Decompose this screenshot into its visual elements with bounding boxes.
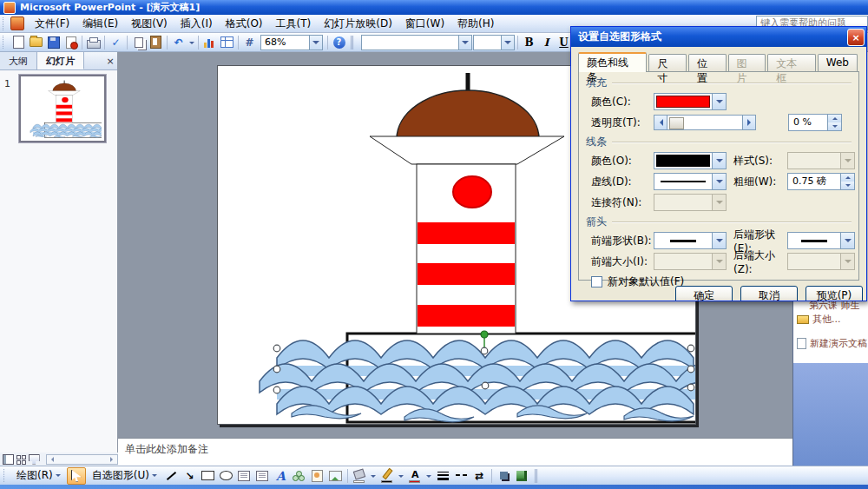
save-button[interactable] [45, 35, 62, 50]
dropdown-arrow-icon[interactable] [712, 174, 726, 189]
spin-down-icon[interactable] [841, 182, 854, 189]
slideshow-view-button[interactable] [29, 454, 40, 465]
menu-window[interactable]: 窗口(W) [399, 15, 450, 33]
notes-pane[interactable]: 单击此处添加备注 [118, 438, 792, 466]
select-objects-button[interactable] [67, 467, 86, 485]
slider-right-arrow[interactable] [742, 115, 756, 130]
slider-track[interactable] [667, 115, 742, 130]
scroll-right-arrow[interactable] [110, 457, 115, 462]
tab-colors-and-lines[interactable]: 颜色和线条 [578, 52, 647, 72]
fill-color-dropdown[interactable] [370, 468, 378, 484]
ok-button[interactable]: 确定 [675, 286, 733, 301]
font-name-combobox[interactable] [361, 35, 472, 50]
italic-button[interactable]: I [538, 35, 555, 50]
arrow-style-button[interactable]: ⇄ [471, 468, 488, 484]
fill-color-combobox[interactable] [654, 93, 727, 110]
font-color-button[interactable]: A [407, 468, 424, 484]
tab-slides[interactable]: 幻灯片 [37, 52, 84, 69]
draw-menu-button[interactable]: 绘图(R) [12, 466, 65, 485]
line-color-dropdown[interactable] [398, 468, 405, 484]
slide-sorter-view-button[interactable] [16, 455, 26, 464]
menu-edit[interactable]: 编辑(E) [76, 15, 124, 33]
transparency-slider[interactable] [654, 115, 756, 130]
menu-view[interactable]: 视图(V) [125, 15, 174, 33]
undo-button[interactable]: ↶ [170, 35, 187, 50]
spin-down-icon[interactable] [828, 122, 841, 130]
dash-style-button[interactable] [453, 468, 470, 484]
menu-tools[interactable]: 工具(T) [270, 15, 318, 33]
zoom-combobox[interactable]: 68% [260, 35, 323, 50]
end-style-combobox[interactable] [787, 232, 855, 249]
menu-slideshow[interactable]: 幻灯片放映(D) [318, 15, 398, 33]
menu-format[interactable]: 格式(O) [220, 15, 269, 33]
oval-tool-button[interactable] [218, 468, 234, 484]
dashed-combobox[interactable] [654, 173, 727, 190]
preview-button[interactable]: 预览(P) [806, 286, 863, 301]
slider-left-arrow[interactable] [654, 115, 667, 130]
vertical-text-box-button[interactable] [254, 468, 271, 484]
begin-style-combobox[interactable] [654, 232, 727, 249]
dropdown-arrow-icon[interactable] [840, 233, 854, 248]
panel-close-button[interactable]: × [103, 52, 117, 69]
font-size-combobox[interactable] [473, 35, 515, 50]
new-document-button[interactable] [10, 35, 27, 50]
open-button[interactable] [28, 35, 44, 50]
threed-style-button[interactable] [514, 468, 530, 484]
new-presentation-link[interactable]: 新建演示文稿 [797, 337, 867, 350]
menu-insert[interactable]: 插入(I) [174, 15, 219, 33]
zoom-dropdown-arrow[interactable] [309, 36, 322, 50]
line-style-button[interactable] [435, 468, 451, 484]
insert-chart-button[interactable] [201, 35, 218, 50]
tab-outline[interactable]: 大纲 [0, 52, 37, 69]
dialog-close-button[interactable]: × [847, 29, 865, 46]
begin-size-combobox [654, 253, 727, 270]
insert-picture-button[interactable] [327, 468, 344, 484]
line-tool-button[interactable] [163, 468, 180, 484]
spell-check-button[interactable]: ✓ [108, 35, 124, 50]
insert-table-button[interactable] [219, 35, 235, 50]
toolbar-options-grip[interactable] [351, 36, 358, 50]
spin-up-icon[interactable] [841, 174, 854, 182]
font-color-dropdown[interactable] [425, 468, 433, 484]
shadow-style-button[interactable] [496, 468, 512, 484]
permission-button[interactable] [62, 35, 79, 50]
bold-button[interactable]: B [521, 35, 537, 50]
rectangle-tool-button[interactable] [200, 468, 216, 484]
menu-help[interactable]: 帮助(H) [451, 15, 500, 33]
slider-thumb[interactable] [669, 117, 684, 129]
dropdown-arrow-icon[interactable] [712, 94, 726, 109]
dialog-title-bar[interactable]: 设置自选图形格式 × [571, 27, 866, 47]
insert-clipart-button[interactable] [309, 468, 326, 484]
tab-size[interactable]: 尺寸 [648, 54, 687, 71]
arrow-tool-button[interactable]: ↘ [181, 468, 198, 484]
cancel-button[interactable]: 取消 [740, 286, 798, 301]
panel-horizontal-scrollbar[interactable] [46, 454, 118, 465]
menu-file[interactable]: 文件(F) [29, 15, 76, 33]
tab-web[interactable]: Web [818, 54, 858, 71]
line-color-combobox[interactable] [654, 152, 727, 169]
show-grid-button[interactable]: # [241, 35, 258, 50]
dropdown-arrow-icon[interactable] [712, 153, 726, 169]
text-box-button[interactable] [236, 468, 253, 484]
fill-color-button[interactable] [352, 468, 368, 484]
open-more-link[interactable]: 其他... [797, 313, 841, 326]
scroll-left-arrow[interactable] [49, 457, 54, 462]
autoshapes-menu-button[interactable]: 自选图形(U) [88, 466, 161, 485]
dropdown-arrow-icon[interactable] [712, 233, 726, 248]
undo-dropdown-arrow[interactable] [187, 35, 195, 50]
copy-button[interactable] [130, 35, 147, 50]
insert-wordart-button[interactable]: A [273, 468, 289, 484]
slide-thumbnail[interactable] [19, 75, 106, 142]
spin-up-icon[interactable] [828, 115, 841, 122]
line-color-button[interactable] [379, 468, 396, 484]
tab-position[interactable]: 位置 [688, 54, 727, 71]
weight-spinner[interactable]: 0.75 磅 [787, 173, 855, 190]
normal-view-button[interactable] [3, 454, 14, 465]
toolbar-options-button[interactable] [535, 469, 542, 483]
insert-diagram-button[interactable] [291, 468, 307, 484]
transparency-spinner[interactable]: 0 % [788, 114, 842, 131]
print-button[interactable] [85, 35, 102, 50]
help-button[interactable]: ? [331, 35, 347, 50]
default-for-new-objects-checkbox[interactable] [591, 276, 602, 287]
paste-button[interactable] [148, 35, 164, 50]
